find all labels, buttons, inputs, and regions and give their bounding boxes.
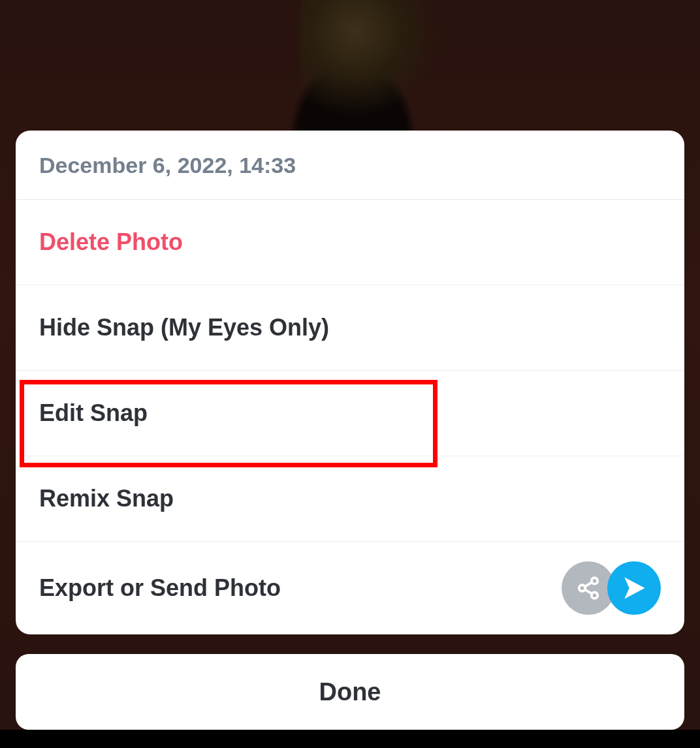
- menu-item-label: Edit Snap: [39, 399, 148, 427]
- done-button[interactable]: Done: [16, 654, 684, 730]
- export-icons: [562, 561, 661, 615]
- menu-item-label: Remix Snap: [39, 485, 174, 512]
- hide-snap-item[interactable]: Hide Snap (My Eyes Only): [16, 285, 684, 371]
- menu-item-label: Delete Photo: [39, 228, 183, 256]
- export-send-item[interactable]: Export or Send Photo: [16, 542, 684, 634]
- svg-line-4: [585, 589, 592, 593]
- sheet-timestamp: December 6, 2022, 14:33: [16, 131, 684, 200]
- bottom-strip: [0, 730, 700, 748]
- send-button[interactable]: [607, 561, 661, 615]
- edit-snap-item[interactable]: Edit Snap: [16, 371, 684, 456]
- delete-photo-item[interactable]: Delete Photo: [16, 200, 684, 285]
- share-icon: [576, 576, 601, 600]
- menu-item-label: Export or Send Photo: [39, 574, 281, 602]
- menu-item-label: Hide Snap (My Eyes Only): [39, 314, 329, 341]
- remix-snap-item[interactable]: Remix Snap: [16, 456, 684, 542]
- done-label: Done: [319, 678, 381, 706]
- action-sheet: December 6, 2022, 14:33 Delete Photo Hid…: [16, 131, 684, 634]
- svg-line-3: [585, 582, 592, 586]
- send-icon: [620, 574, 648, 602]
